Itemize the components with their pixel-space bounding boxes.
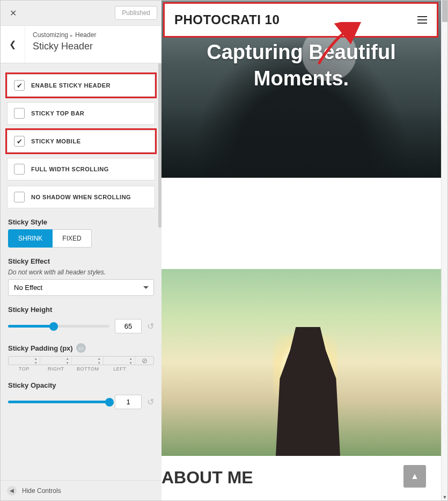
link-values-icon[interactable]: ⊘ bbox=[135, 357, 153, 365]
scroll-down-icon[interactable]: ▼ bbox=[442, 494, 448, 500]
slider-thumb-icon[interactable] bbox=[49, 322, 58, 331]
sticky-opacity-slider[interactable] bbox=[8, 401, 109, 403]
collapse-icon[interactable]: ◀ bbox=[7, 486, 17, 496]
devices-icon[interactable]: ▭ bbox=[76, 343, 86, 353]
sticky-height-control: ↺ bbox=[8, 319, 154, 333]
slider-thumb-icon[interactable] bbox=[105, 398, 114, 406]
about-section: ABOUT ME bbox=[161, 456, 441, 488]
padding-right-input[interactable]: ▴▾ bbox=[40, 357, 72, 365]
checkbox-icon[interactable] bbox=[14, 164, 25, 175]
option-label: STICKY TOP BAR bbox=[31, 110, 84, 117]
padding-side-labels: TOP RIGHT BOTTOM LEFT bbox=[8, 366, 154, 372]
section-title: Sticky Header bbox=[33, 41, 154, 52]
sticky-style-fixed[interactable]: FIXED bbox=[53, 229, 91, 248]
option-label: ENABLE STICKY HEADER bbox=[31, 82, 111, 89]
option-label: STICKY MOBILE bbox=[31, 138, 80, 144]
customizer-sidebar: ✕ Published ❮ Customizing▸Header Sticky … bbox=[1, 1, 161, 500]
option-label: FULL WIDTH SCROLLING bbox=[31, 166, 109, 172]
option-full-width-scrolling[interactable]: FULL WIDTH SCROLLING bbox=[7, 158, 155, 180]
sticky-effect-hint: Do not work with all header styles. bbox=[1, 268, 161, 279]
panel-body: ENABLE STICKY HEADER STICKY TOP BAR STIC… bbox=[1, 63, 161, 480]
reset-icon[interactable]: ↺ bbox=[147, 321, 154, 331]
checkbox-icon[interactable] bbox=[14, 80, 25, 91]
sticky-effect-label: Sticky Effect bbox=[1, 248, 161, 268]
hide-controls-button[interactable]: Hide Controls bbox=[22, 487, 61, 495]
back-button[interactable]: ❮ bbox=[1, 26, 25, 63]
sticky-padding-label: Sticky Padding (px) bbox=[8, 344, 73, 352]
padding-left-input[interactable]: ▴▾ bbox=[104, 357, 135, 365]
option-enable-sticky-header[interactable]: ENABLE STICKY HEADER bbox=[7, 74, 155, 97]
sticky-height-slider[interactable] bbox=[8, 325, 109, 328]
site-preview: Capturing BeautifulMoments. PHOTOCRATI 1… bbox=[161, 1, 441, 500]
close-button[interactable]: ✕ bbox=[5, 5, 21, 21]
breadcrumb: ❮ Customizing▸Header Sticky Header bbox=[1, 26, 161, 63]
scroll-top-button[interactable]: ▲ bbox=[403, 465, 426, 488]
padding-bottom-input[interactable]: ▴▾ bbox=[72, 357, 104, 365]
checkbox-icon[interactable] bbox=[14, 136, 25, 147]
checkbox-icon[interactable] bbox=[14, 108, 25, 119]
scrollbar-thumb[interactable] bbox=[442, 1, 447, 22]
option-sticky-mobile[interactable]: STICKY MOBILE bbox=[7, 130, 155, 153]
about-heading: ABOUT ME bbox=[161, 468, 441, 488]
sticky-height-input[interactable] bbox=[115, 319, 142, 333]
sticky-style-toggle: SHRINK FIXED bbox=[8, 229, 154, 248]
sticky-opacity-input[interactable] bbox=[115, 395, 142, 409]
sticky-opacity-control: ↺ bbox=[8, 395, 154, 409]
option-label: NO SHADOW WHEN SCROLLING bbox=[31, 194, 131, 200]
sticky-style-shrink[interactable]: SHRINK bbox=[8, 229, 53, 248]
window-scrollbar[interactable]: ▲ ▼ bbox=[441, 1, 447, 500]
about-image bbox=[161, 269, 441, 456]
option-sticky-top-bar[interactable]: STICKY TOP BAR bbox=[7, 102, 155, 125]
sticky-style-label: Sticky Style bbox=[1, 208, 161, 229]
sticky-effect-select-wrap: No Effect bbox=[8, 279, 154, 296]
hero-heading: Capturing BeautifulMoments. bbox=[161, 39, 441, 92]
checkbox-icon[interactable] bbox=[14, 192, 25, 202]
sticky-height-label: Sticky Height bbox=[1, 296, 161, 317]
sticky-effect-select[interactable]: No Effect bbox=[8, 279, 154, 296]
content-spacer bbox=[161, 178, 441, 269]
publish-button[interactable]: Published bbox=[115, 6, 157, 20]
site-brand[interactable]: PHOTOCRATI 10 bbox=[174, 12, 280, 27]
sticky-padding-label-row: Sticky Padding (px) ▭ bbox=[1, 333, 161, 356]
option-no-shadow[interactable]: NO SHADOW WHEN SCROLLING bbox=[7, 186, 155, 208]
sticky-header-preview: PHOTOCRATI 10 bbox=[165, 4, 437, 36]
customizer-topbar: ✕ Published bbox=[1, 1, 161, 26]
hamburger-icon[interactable] bbox=[417, 16, 427, 24]
breadcrumb-path: Customizing▸Header bbox=[33, 31, 154, 39]
sticky-padding-grid: ▴▾ ▴▾ ▴▾ ▴▾ ⊘ bbox=[8, 356, 154, 365]
padding-top-input[interactable]: ▴▾ bbox=[9, 357, 40, 365]
customizer-footer: ◀ Hide Controls bbox=[1, 480, 161, 500]
reset-icon[interactable]: ↺ bbox=[147, 397, 154, 407]
sticky-opacity-label: Sticky Opacity bbox=[1, 372, 161, 393]
